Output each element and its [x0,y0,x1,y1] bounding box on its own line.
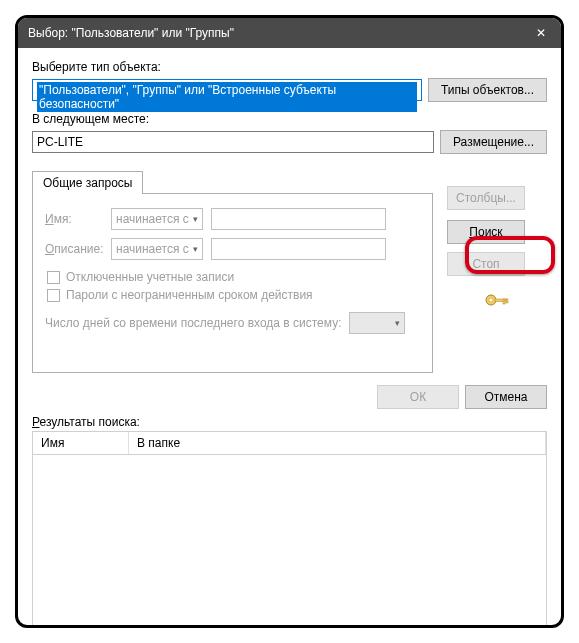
days-since-logon-label: Число дней со времени последнего входа в… [45,316,341,330]
svg-point-1 [489,298,493,302]
keys-icon [447,288,547,317]
title-bar: Выбор: "Пользователи" или "Группы" ✕ [18,18,561,48]
disabled-accounts-label: Отключенные учетные записи [66,270,234,284]
name-label: Имя: [45,212,103,226]
name-match-value: начинается с [116,212,189,226]
results-label: Результаты поиска: [32,415,547,429]
side-buttons: Столбцы... Поиск Стоп [447,164,547,373]
desc-match-value: начинается с [116,242,189,256]
tab-panel: Имя: начинается с ▾ Описание: начинается… [32,193,433,373]
non-expiring-password-label: Пароли с неограниченным сроком действия [66,288,313,302]
days-since-logon-combo[interactable]: ▾ [349,312,405,334]
stop-button[interactable]: Стоп [447,252,525,276]
close-button[interactable]: ✕ [521,18,561,48]
search-button[interactable]: Поиск [447,220,525,244]
results-col-name[interactable]: Имя [33,432,129,454]
object-types-button[interactable]: Типы объектов... [428,78,547,102]
object-type-label: Выберите тип объекта: [32,60,547,74]
tab-common-queries[interactable]: Общие запросы [32,171,143,194]
desc-match-combo[interactable]: начинается с ▾ [111,238,203,260]
disabled-accounts-checkbox[interactable] [47,271,60,284]
cancel-button[interactable]: Отмена [465,385,547,409]
results-header: Имя В папке [32,431,547,455]
results-col-folder[interactable]: В папке [129,432,546,454]
object-type-value: "Пользователи", "Группы" или "Встроенные… [37,82,417,112]
chevron-down-icon: ▾ [193,214,198,224]
description-label: Описание: [45,242,103,256]
svg-rect-4 [506,299,508,303]
location-field[interactable]: PC-LITE [32,131,434,153]
close-icon: ✕ [536,26,546,40]
name-input[interactable] [211,208,386,230]
columns-button[interactable]: Столбцы... [447,186,525,210]
svg-rect-3 [503,299,505,304]
location-label: В следующем месте: [32,112,547,126]
window-title: Выбор: "Пользователи" или "Группы" [28,26,234,40]
results-list[interactable] [32,455,547,628]
locations-button[interactable]: Размещение... [440,130,547,154]
description-input[interactable] [211,238,386,260]
dialog-window: Выбор: "Пользователи" или "Группы" ✕ Выб… [15,15,564,628]
dialog-content: Выберите тип объекта: "Пользователи", "Г… [18,48,561,628]
object-type-field[interactable]: "Пользователи", "Группы" или "Встроенные… [32,79,422,101]
ok-button[interactable]: ОК [377,385,459,409]
name-match-combo[interactable]: начинается с ▾ [111,208,203,230]
chevron-down-icon: ▾ [193,244,198,254]
chevron-down-icon: ▾ [395,318,400,328]
non-expiring-password-checkbox[interactable] [47,289,60,302]
